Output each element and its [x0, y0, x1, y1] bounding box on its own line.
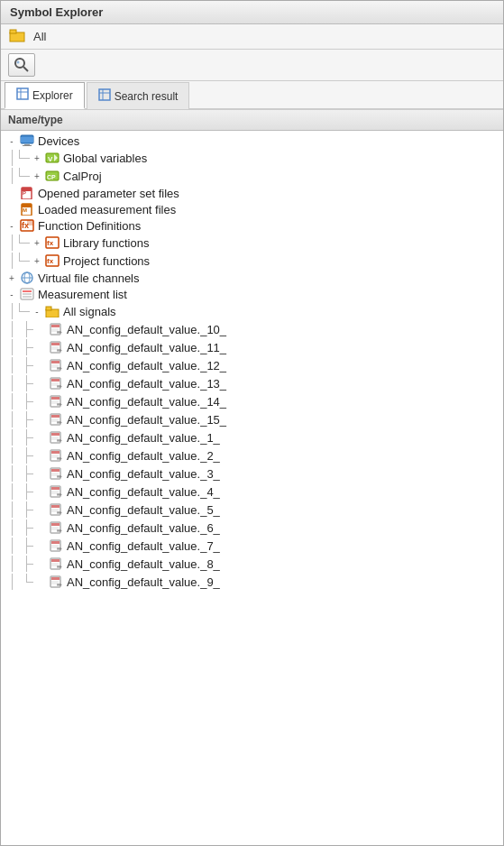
column-header-label: Name/type — [8, 114, 63, 126]
svg-text:fx: fx — [47, 257, 54, 265]
search-icon — [14, 57, 30, 73]
tree-item-global-variables[interactable]: + V Global variables — [1, 149, 503, 167]
opened-param-label: Opened parameter set files — [38, 187, 179, 200]
tab-explorer[interactable]: Explorer — [5, 82, 85, 109]
tree-item-sig-15[interactable]: ✏ AN_config_default_value._15_ — [1, 410, 503, 428]
signal-icon: ✏ — [48, 520, 64, 535]
v-line-as — [19, 574, 33, 590]
v-line-ml — [5, 465, 19, 482]
tree-item-calproj[interactable]: + CP CalProj — [1, 167, 503, 185]
v-line-ml — [5, 429, 19, 446]
proj-funcs-icon: fx — [44, 253, 60, 268]
search-button[interactable] — [8, 53, 35, 77]
svg-rect-28 — [27, 220, 33, 225]
signal-icon: ✏ — [48, 484, 64, 499]
v-line-ml — [5, 483, 19, 500]
svg-text:fx: fx — [47, 239, 54, 247]
tree-item-sig-9[interactable]: ✏ AN_config_default_value._9_ — [1, 573, 503, 591]
tree-container[interactable]: - Devices + — [1, 131, 503, 845]
tree-item-function-defs[interactable]: - fx Function Definitions — [1, 217, 503, 234]
v-line-as — [19, 520, 33, 536]
tab-search-result[interactable]: Search result — [87, 82, 190, 109]
signal-label: AN_config_default_value._12_ — [67, 359, 226, 372]
virtual-icon — [19, 271, 35, 285]
tree-item-project-funcs[interactable]: + fx Project functions — [1, 252, 503, 270]
tree-item-sig-4[interactable]: ✏ AN_config_default_value._4_ — [1, 483, 503, 501]
tree-item-sig-6[interactable]: ✏ AN_config_default_value._6_ — [1, 519, 503, 537]
v-line-as — [19, 321, 33, 337]
tree-item-sig-10[interactable]: ✏ AN_config_default_value._10_ — [1, 320, 503, 338]
tree-item-opened-param[interactable]: P Opened parameter set files — [1, 185, 503, 201]
svg-point-4 — [17, 61, 20, 64]
signal-icon: ✏ — [48, 376, 64, 391]
proj-funcs-label: Project functions — [63, 254, 150, 268]
tree-item-sig-5[interactable]: ✏ AN_config_default_value._5_ — [1, 501, 503, 519]
expander-allsignals[interactable]: - — [30, 304, 44, 318]
tree-item-sig-13[interactable]: ✏ AN_config_default_value._13_ — [1, 374, 503, 392]
branch-3 — [19, 234, 30, 251]
tree-item-all-signals[interactable]: - All signals — [1, 302, 503, 320]
svg-text:✏: ✏ — [57, 329, 62, 336]
svg-text:✏: ✏ — [57, 582, 62, 588]
tree-item-library-funcs[interactable]: + fx Library functions — [1, 234, 503, 252]
search-bar — [1, 50, 503, 81]
v-line-ml — [5, 501, 19, 518]
measlist-icon — [19, 287, 35, 301]
svg-rect-43 — [51, 325, 60, 327]
tree-item-virtual-file[interactable]: + Virtual file channels — [1, 270, 503, 286]
v-line-as — [19, 411, 33, 428]
svg-text:V: V — [48, 155, 53, 163]
tree-item-sig-1[interactable]: ✏ AN_config_default_value._1_ — [1, 428, 503, 446]
tree-item-sig-8[interactable]: ✏ AN_config_default_value._8_ — [1, 555, 503, 573]
tree-item-sig-2[interactable]: ✏ AN_config_default_value._2_ — [1, 446, 503, 464]
tree-item-sig-3[interactable]: ✏ AN_config_default_value._3_ — [1, 464, 503, 483]
svg-rect-108 — [51, 559, 60, 562]
v-line-ml — [5, 321, 19, 337]
svg-rect-103 — [51, 541, 60, 544]
signal-label: AN_config_default_value._15_ — [67, 413, 226, 427]
v-line-ml — [5, 393, 19, 409]
column-header: Name/type — [1, 110, 503, 131]
tree-item-sig-14[interactable]: ✏ AN_config_default_value._14_ — [1, 392, 503, 410]
expander-funcdefs[interactable]: - — [5, 218, 19, 233]
measlist-label: Measurement list — [38, 288, 127, 301]
param-icon: P — [19, 186, 35, 200]
svg-rect-63 — [51, 397, 60, 400]
expander-calproj[interactable]: + — [30, 169, 44, 183]
tree-item-sig-11[interactable]: ✏ AN_config_default_value._11_ — [1, 338, 503, 356]
tree-item-devices[interactable]: - Devices — [1, 133, 503, 149]
svg-rect-78 — [51, 451, 60, 454]
tab-bar: Explorer Search result — [1, 81, 503, 110]
v-line-as — [19, 357, 33, 373]
svg-rect-41 — [46, 307, 51, 310]
v-line-as — [19, 538, 33, 554]
signal-label: AN_config_default_value._14_ — [67, 395, 226, 409]
signal-label: AN_config_default_value._13_ — [67, 377, 226, 391]
svg-text:✏: ✏ — [57, 347, 62, 354]
v-line-4 — [5, 253, 19, 269]
svg-text:✏: ✏ — [57, 474, 62, 480]
meas-icon: M — [19, 202, 35, 216]
expander-devices[interactable]: - — [5, 133, 19, 148]
svg-rect-5 — [17, 88, 28, 99]
title-bar: Symbol Explorer — [1, 1, 503, 24]
tree-item-measurement-list[interactable]: - Measurement list — [1, 286, 503, 302]
v-line-as — [19, 339, 33, 355]
expander-libfuncs[interactable]: + — [30, 235, 44, 250]
expander-global[interactable]: + — [30, 151, 44, 165]
signal-label: AN_config_default_value._1_ — [67, 431, 220, 445]
v-line-1 — [5, 150, 19, 166]
tree-item-sig-7[interactable]: ✏ AN_config_default_value._7_ — [1, 537, 503, 555]
v-line-ml — [5, 520, 19, 536]
tree-item-loaded-meas[interactable]: M Loaded measurement files — [1, 201, 503, 217]
expander-virtual[interactable]: + — [5, 271, 19, 285]
svg-text:✏: ✏ — [57, 383, 62, 390]
expander-projfuncs[interactable]: + — [30, 253, 44, 268]
v-line-as — [19, 447, 33, 464]
calproj-label: CalProj — [63, 170, 102, 183]
signal-icon: ✏ — [48, 430, 64, 445]
tree-item-sig-12[interactable]: ✏ AN_config_default_value._12_ — [1, 356, 503, 374]
signal-label: AN_config_default_value._9_ — [67, 575, 220, 589]
signal-icon: ✏ — [48, 466, 64, 481]
expander-measlist[interactable]: - — [5, 287, 19, 301]
